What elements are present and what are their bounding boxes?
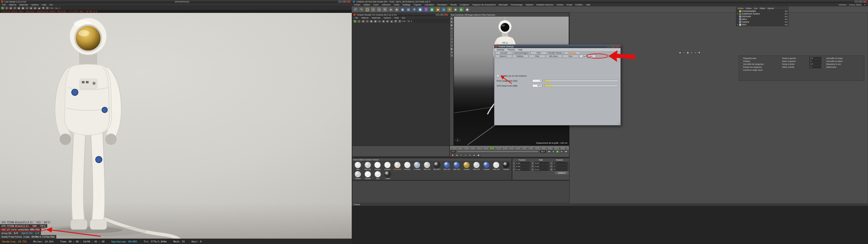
stop-render-icon[interactable]: ■ — [362, 20, 365, 23]
material-swatch[interactable]: Octane — [462, 161, 471, 170]
menu-item[interactable]: Vue — [451, 13, 455, 16]
lock-viewport-icon[interactable]: ▣ — [17, 6, 21, 9]
menu-item[interactable]: Vue — [753, 7, 758, 9]
coordinate-field[interactable]: 0 cm ▴▾ — [534, 162, 550, 164]
ram-limit-slider[interactable] — [545, 80, 618, 82]
material-swatch[interactable]: Cable — [383, 170, 393, 180]
octane-render-viewport[interactable]: GTX TITAN Black|P|(3.5) %72 81°C GTX TIT… — [0, 13, 352, 239]
menu-item[interactable]: Fichier — [352, 3, 362, 6]
maximize-button[interactable]: ▢ — [612, 45, 615, 48]
menu-item[interactable]: Modules externes — [535, 3, 555, 6]
refresh-geometry-icon[interactable]: ↺ — [366, 20, 369, 23]
model-mode-icon[interactable]: ◆ — [450, 20, 453, 23]
range-start-field[interactable]: 0 F — [451, 150, 456, 153]
menu-item[interactable]: Edition — [362, 3, 372, 6]
menu-item[interactable]: Pipeline — [524, 3, 535, 6]
menu-item[interactable]: Fichier — [737, 7, 745, 9]
light-icon[interactable]: ☀ — [447, 7, 452, 12]
enable-axis-icon[interactable]: + — [450, 40, 453, 43]
menu-item[interactable]: Presets — [506, 48, 516, 51]
key-scale-icon[interactable]: S — [464, 154, 467, 157]
restart-render-icon[interactable]: ↻ — [1, 6, 4, 9]
coordinate-field[interactable]: 0 cm ▴▾ — [516, 162, 531, 164]
key-pla-icon[interactable]: ■ — [476, 154, 480, 157]
workplane-mode-icon[interactable]: ▭ — [450, 27, 453, 30]
range-end-field[interactable]: 90 F — [540, 150, 546, 153]
cube-primitive-icon[interactable]: ■ — [418, 7, 423, 12]
key-position-icon[interactable]: P — [459, 154, 463, 157]
expand-arrow-icon[interactable]: ▸ — [737, 24, 739, 26]
menu-item[interactable]: Animation — [423, 3, 436, 6]
spinner-arrows-icon[interactable]: ▴▾ — [530, 165, 530, 167]
array-modifier-icon[interactable]: ◆ — [435, 7, 440, 12]
move-tool-icon[interactable]: + — [371, 7, 376, 12]
close-button[interactable]: × — [863, 0, 867, 3]
white-balance-picker-icon[interactable]: ◐ — [33, 6, 37, 9]
environment-icon[interactable]: ◐ — [459, 7, 464, 12]
menu-item[interactable]: Maillage — [401, 3, 412, 6]
menu-item[interactable]: Texture — [373, 159, 379, 161]
menu-item[interactable]: Script — [565, 3, 574, 6]
menu-item[interactable]: Octane — [555, 3, 565, 6]
menu-item[interactable]: Créer — [353, 159, 358, 161]
rotate-tool-icon[interactable]: ↻ — [382, 7, 388, 12]
menu-item[interactable]: Gui — [400, 17, 407, 19]
save-render-icon[interactable]: ▼ — [41, 6, 45, 9]
maximize-button[interactable]: ▢ — [342, 0, 346, 3]
spinner-arrows-icon[interactable]: ▴▾ — [542, 84, 543, 87]
menu-item[interactable]: Help — [40, 3, 48, 6]
material-swatch[interactable]: GROUND — [393, 161, 402, 170]
coordinate-field[interactable]: 0 cm ▴▾ — [516, 165, 531, 167]
minimize-button[interactable]: – — [607, 45, 611, 48]
record-keyframe-icon[interactable]: ● — [451, 154, 455, 157]
pause-render-icon[interactable]: ∥ — [5, 6, 8, 9]
menu-item[interactable]: Objects — [360, 17, 370, 19]
material-swatch[interactable]: HELMET — [432, 161, 442, 170]
interface-select[interactable]: Octane Edition... ▾ — [847, 3, 866, 6]
menu-item[interactable]: Signets — [767, 7, 775, 9]
close-button[interactable]: × — [444, 13, 448, 16]
material-swatch[interactable]: Octane! — [382, 161, 393, 170]
axis-lock-icon[interactable]: ◉ — [394, 7, 399, 12]
menu-item[interactable]: Materials — [18, 3, 30, 6]
settings-subtab[interactable]: PMC — [529, 55, 546, 58]
material-swatch[interactable]: MID GR — [471, 161, 482, 170]
spinner-arrows-icon[interactable]: ▴▾ — [548, 169, 549, 170]
live-selection-icon[interactable]: ◯ — [365, 7, 370, 12]
material-swatch[interactable]: Octane — [482, 161, 491, 170]
menu-item[interactable]: Personnage — [509, 3, 524, 6]
points-mode-icon[interactable]: ∴ — [450, 30, 453, 33]
render-settings-icon[interactable]: ⚙ — [46, 6, 49, 9]
menu-item[interactable]: Capture — [412, 3, 423, 6]
material-swatch[interactable]: O-Glass — [412, 161, 422, 170]
menu-item[interactable]: Settings — [495, 48, 506, 51]
coordinate-field[interactable]: 0 cm ▴▾ — [534, 165, 550, 167]
white-balance-picker-icon[interactable]: ◐ — [386, 20, 389, 23]
material-swatch[interactable]: MID GR — [491, 161, 501, 170]
region-render-icon[interactable]: ▦ — [21, 6, 25, 9]
settings-tab[interactable]: Kernels — [496, 51, 512, 55]
minimize-button[interactable]: – — [436, 13, 439, 16]
material-swatch[interactable]: Octane! — [363, 170, 373, 180]
menu-item[interactable]: Edition — [358, 159, 364, 161]
lock-workplane-icon[interactable]: ▣ — [450, 47, 453, 50]
menu-item[interactable]: File — [1, 3, 7, 6]
menu-item[interactable]: Options — [30, 3, 40, 6]
menu-item[interactable]: Créer — [372, 3, 380, 6]
material-swatch[interactable]: Octane — [501, 161, 511, 170]
menu-item[interactable]: Materials — [370, 17, 382, 19]
menu-item[interactable]: Simulation — [436, 3, 449, 6]
goto-start-icon[interactable]: ◀◀ — [547, 150, 551, 153]
visibility-dots[interactable] — [785, 24, 787, 25]
stop-render-icon[interactable]: ■ — [9, 6, 12, 9]
enable-out-of-core-checkbox[interactable]: ✓ — [497, 74, 499, 77]
next-frame-icon[interactable]: ▶ — [560, 150, 564, 153]
object-row[interactable]: ◉ Camera — [736, 21, 788, 23]
dialog-titlebar[interactable]: Octane Settings –▢× — [494, 45, 620, 48]
visibility-dots[interactable] — [785, 16, 787, 17]
visibility-dots[interactable] — [785, 13, 787, 14]
restart-render-icon[interactable]: ↻ — [353, 20, 357, 23]
spinner-arrows-icon[interactable]: ▴▾ — [530, 169, 530, 170]
render-settings-icon[interactable]: ⚙ — [398, 20, 401, 23]
texture-mode-icon[interactable]: ▦ — [450, 24, 453, 27]
